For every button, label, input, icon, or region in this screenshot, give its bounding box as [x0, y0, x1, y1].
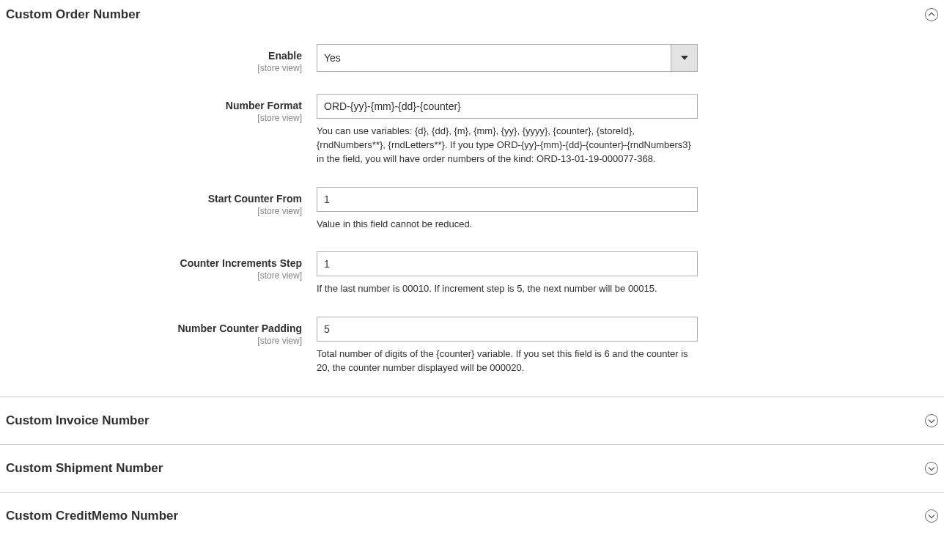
section-shipment: Custom Shipment Number: [0, 444, 944, 493]
section-header-invoice[interactable]: Custom Invoice Number: [0, 397, 944, 444]
chevron-down-icon: [925, 509, 938, 523]
label-col: Enable [store view]: [0, 44, 309, 73]
label-scope: [store view]: [257, 63, 302, 73]
label-col: Number Counter Padding [store view]: [0, 317, 309, 346]
field-enable: Enable [store view] Yes: [0, 44, 944, 73]
enable-select[interactable]: Yes: [317, 44, 698, 72]
control-col: If the last number is 00010. If incremen…: [309, 251, 698, 296]
number-format-input[interactable]: [317, 94, 698, 119]
label-scope: [store view]: [257, 206, 302, 216]
label-scope: [store view]: [257, 336, 302, 346]
help-counter-padding: Total number of digits of the {counter} …: [317, 347, 698, 375]
control-col: Total number of digits of the {counter} …: [309, 317, 698, 375]
section-title-creditmemo: Custom CreditMemo Number: [6, 509, 178, 523]
control-col: You can use variables: {d}, {dd}, {m}, {…: [309, 94, 698, 166]
section-title-order: Custom Order Number: [6, 7, 140, 22]
section-header-order[interactable]: Custom Order Number: [0, 0, 944, 29]
field-increment-step: Counter Increments Step [store view] If …: [0, 251, 944, 296]
section-header-creditmemo[interactable]: Custom CreditMemo Number: [0, 493, 944, 539]
label-scope: [store view]: [257, 113, 302, 123]
control-col: Yes: [309, 44, 698, 72]
field-start-counter: Start Counter From [store view] Value in…: [0, 187, 944, 232]
label-enable: Enable: [268, 50, 302, 62]
chevron-down-icon: [925, 414, 938, 427]
label-scope: [store view]: [257, 270, 302, 281]
chevron-down-icon: [925, 462, 938, 475]
label-col: Counter Increments Step [store view]: [0, 251, 309, 281]
label-counter-padding: Number Counter Padding: [177, 323, 302, 334]
help-start-counter: Value in this field cannot be reduced.: [317, 218, 698, 232]
counter-padding-input[interactable]: [317, 317, 698, 342]
start-counter-input[interactable]: [317, 187, 698, 212]
section-header-shipment[interactable]: Custom Shipment Number: [0, 445, 944, 492]
label-col: Start Counter From [store view]: [0, 187, 309, 216]
label-col: Number Format [store view]: [0, 94, 309, 123]
field-number-format: Number Format [store view] You can use v…: [0, 94, 944, 166]
increment-step-input[interactable]: [317, 251, 698, 276]
label-increment-step: Counter Increments Step: [180, 257, 302, 269]
chevron-down-icon: [671, 45, 697, 71]
section-body-order: Enable [store view] Yes Number Format [s…: [0, 29, 944, 397]
enable-select-value: Yes: [317, 45, 671, 71]
section-title-invoice: Custom Invoice Number: [6, 413, 150, 428]
section-title-shipment: Custom Shipment Number: [6, 461, 163, 476]
field-counter-padding: Number Counter Padding [store view] Tota…: [0, 317, 944, 375]
label-number-format: Number Format: [226, 100, 302, 111]
label-start-counter: Start Counter From: [208, 193, 302, 205]
help-increment-step: If the last number is 00010. If incremen…: [317, 282, 698, 296]
help-number-format: You can use variables: {d}, {dd}, {m}, {…: [317, 125, 698, 166]
control-col: Value in this field cannot be reduced.: [309, 187, 698, 232]
section-creditmemo: Custom CreditMemo Number: [0, 492, 944, 539]
section-invoice: Custom Invoice Number: [0, 397, 944, 445]
chevron-up-icon: [925, 8, 938, 21]
